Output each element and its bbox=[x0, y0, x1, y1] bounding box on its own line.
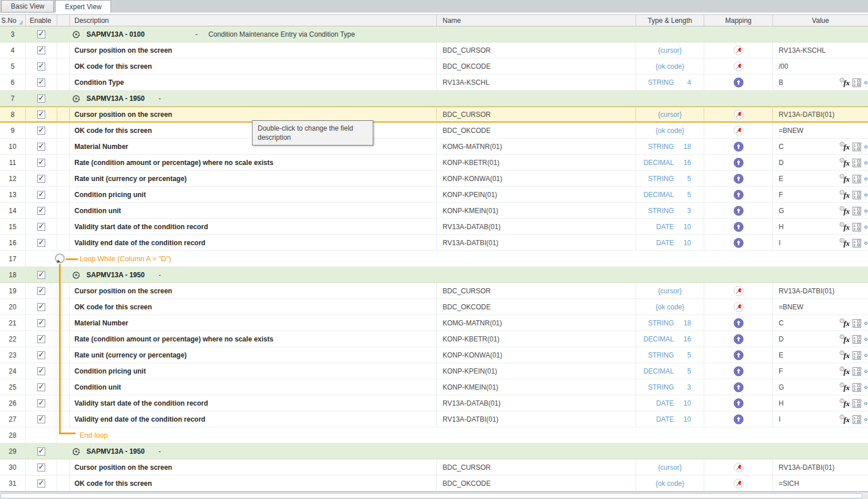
column-header-enable[interactable]: Enable bbox=[26, 15, 57, 26]
pin-icon[interactable] bbox=[733, 462, 744, 473]
column-header-description[interactable]: Description bbox=[70, 15, 437, 26]
screen-header-cell[interactable]: SAPMV13A - 1950- bbox=[70, 267, 868, 282]
name-cell[interactable]: BDC_OKCODE bbox=[437, 58, 636, 74]
description-cell[interactable]: OK code for this screen bbox=[70, 58, 437, 74]
map-up-icon[interactable] bbox=[733, 334, 744, 344]
column-header-mapping[interactable]: Mapping bbox=[704, 15, 773, 26]
enable-checkbox[interactable] bbox=[37, 62, 45, 70]
table-row[interactable]: 5OK code for this screenBDC_OKCODE{ok co… bbox=[0, 58, 868, 74]
enable-checkbox[interactable] bbox=[37, 191, 45, 199]
map-up-icon[interactable] bbox=[733, 190, 744, 200]
type-length-cell[interactable]: STRING5 bbox=[636, 171, 704, 186]
mapping-list-icon[interactable]: 1-2- bbox=[853, 383, 861, 392]
table-row[interactable]: 16Validity end date of the condition rec… bbox=[0, 235, 868, 251]
enable-checkbox[interactable] bbox=[37, 143, 45, 151]
map-up-icon[interactable] bbox=[733, 77, 744, 88]
formula-fx-icon[interactable]: ⚙fx bbox=[839, 238, 850, 248]
value-cell[interactable]: C⚙fx1-2- bbox=[773, 139, 868, 154]
column-header-type-length[interactable]: Type & Length bbox=[636, 15, 704, 26]
enable-checkbox[interactable] bbox=[37, 111, 45, 119]
table-row[interactable]: 8Cursor position on the screenBDC_CURSOR… bbox=[0, 107, 868, 123]
formula-fx-icon[interactable]: ⚙fx bbox=[839, 78, 850, 88]
type-length-cell[interactable]: DATE10 bbox=[636, 235, 704, 250]
table-row[interactable]: 30Cursor position on the screenBDC_CURSO… bbox=[0, 459, 868, 476]
type-length-cell[interactable]: STRING18 bbox=[636, 139, 704, 154]
value-cell[interactable]: B⚙fx1-2- bbox=[773, 74, 868, 90]
link-icon[interactable] bbox=[864, 239, 868, 247]
value-cell[interactable]: D⚙fx1-2- bbox=[773, 331, 868, 347]
mapping-list-icon[interactable]: 1-2- bbox=[853, 367, 861, 376]
name-cell[interactable]: KONP-KPEIN(01) bbox=[437, 363, 636, 379]
enable-checkbox[interactable] bbox=[37, 303, 45, 311]
mapping-list-icon[interactable]: 1-2- bbox=[853, 78, 861, 87]
type-length-cell[interactable]: DECIMAL16 bbox=[636, 155, 704, 170]
description-cell[interactable]: Cursor position on the screen bbox=[70, 459, 437, 475]
map-up-icon[interactable] bbox=[733, 142, 744, 152]
type-length-cell[interactable]: {ok code} bbox=[636, 58, 704, 74]
enable-checkbox[interactable] bbox=[37, 383, 45, 391]
value-cell[interactable]: =SICH bbox=[773, 476, 868, 491]
value-cell[interactable]: H⚙fx1-2- bbox=[773, 395, 868, 411]
link-icon[interactable] bbox=[864, 415, 868, 424]
table-row[interactable]: 23Rate unit (currency or percentage)KONP… bbox=[0, 347, 868, 363]
description-cell[interactable]: Cursor position on the screen bbox=[70, 42, 437, 58]
formula-fx-icon[interactable]: ⚙fx bbox=[839, 222, 850, 232]
type-length-cell[interactable]: STRING18 bbox=[636, 315, 704, 331]
formula-fx-icon[interactable]: ⚙fx bbox=[839, 367, 850, 376]
value-cell[interactable]: E⚙fx1-2- bbox=[773, 347, 868, 363]
link-icon[interactable] bbox=[864, 191, 868, 199]
enable-checkbox[interactable] bbox=[37, 480, 45, 488]
formula-fx-icon[interactable]: ⚙fx bbox=[839, 190, 850, 200]
name-cell[interactable]: BDC_CURSOR bbox=[437, 42, 636, 58]
tab-basic-view[interactable]: Basic View bbox=[1, 0, 54, 13]
table-row[interactable]: 18SAPMV13A - 1950- bbox=[0, 267, 868, 283]
mapping-list-icon[interactable]: 1-2- bbox=[853, 207, 861, 215]
table-row[interactable]: 4Cursor position on the screenBDC_CURSOR… bbox=[0, 42, 868, 58]
enable-checkbox[interactable] bbox=[37, 351, 45, 359]
value-cell[interactable]: H⚙fx1-2- bbox=[773, 219, 868, 234]
link-icon[interactable] bbox=[864, 78, 868, 87]
enable-checkbox[interactable] bbox=[37, 367, 45, 375]
description-cell[interactable]: Rate (condition amount or percentage) wh… bbox=[70, 331, 437, 347]
table-row[interactable]: 11Rate (condition amount or percentage) … bbox=[0, 155, 868, 171]
name-cell[interactable]: BDC_OKCODE bbox=[437, 123, 636, 138]
type-length-cell[interactable]: {ok code} bbox=[636, 123, 704, 138]
type-length-cell[interactable]: {cursor} bbox=[636, 107, 704, 122]
description-cell[interactable]: Validity end date of the condition recor… bbox=[70, 235, 437, 250]
name-cell[interactable]: KONP-KBETR(01) bbox=[437, 155, 636, 170]
description-cell[interactable]: Cursor position on the screen bbox=[70, 283, 437, 298]
table-row[interactable]: 28 bbox=[0, 427, 868, 443]
type-length-cell[interactable]: STRING5 bbox=[636, 347, 704, 363]
table-row[interactable]: 22Rate (condition amount or percentage) … bbox=[0, 331, 868, 347]
table-row[interactable]: 6Condition TypeRV13A-KSCHLSTRING4B⚙fx1-2… bbox=[0, 74, 868, 91]
map-up-icon[interactable] bbox=[733, 382, 744, 392]
link-icon[interactable] bbox=[864, 383, 868, 392]
pin-icon[interactable] bbox=[733, 45, 744, 56]
value-cell[interactable]: RV13A-DATBI(01) bbox=[773, 459, 868, 475]
enable-checkbox[interactable] bbox=[37, 463, 45, 472]
type-length-cell[interactable]: DATE10 bbox=[636, 219, 704, 234]
name-cell[interactable]: KOMG-MATNR(01) bbox=[437, 139, 636, 154]
link-icon[interactable] bbox=[864, 143, 868, 151]
enable-checkbox[interactable] bbox=[37, 399, 45, 407]
screen-header-cell[interactable]: SAPMV13A - 1950- bbox=[70, 443, 868, 459]
pin-icon[interactable] bbox=[733, 109, 744, 120]
enable-checkbox[interactable] bbox=[37, 287, 45, 295]
table-row[interactable]: 7SAPMV13A - 1950- bbox=[0, 91, 868, 107]
link-icon[interactable] bbox=[864, 351, 868, 360]
enable-checkbox[interactable] bbox=[37, 159, 45, 167]
enable-checkbox[interactable] bbox=[37, 207, 45, 215]
mapping-list-icon[interactable]: 1-2- bbox=[853, 399, 861, 408]
formula-fx-icon[interactable]: ⚙fx bbox=[839, 383, 850, 392]
description-cell[interactable]: Condition pricing unit bbox=[70, 187, 437, 202]
pin-icon[interactable] bbox=[733, 61, 744, 72]
link-icon[interactable] bbox=[864, 223, 868, 231]
table-row[interactable]: 24Condition pricing unitKONP-KPEIN(01)DE… bbox=[0, 363, 868, 379]
mapping-list-icon[interactable]: 1-2- bbox=[853, 175, 861, 183]
name-cell[interactable]: KONP-KPEIN(01) bbox=[437, 187, 636, 202]
map-up-icon[interactable] bbox=[733, 318, 744, 328]
value-cell[interactable]: /00 bbox=[773, 58, 868, 74]
horizontal-scrollbar[interactable] bbox=[0, 492, 868, 499]
formula-fx-icon[interactable]: ⚙fx bbox=[839, 142, 850, 152]
enable-checkbox[interactable] bbox=[37, 30, 45, 38]
